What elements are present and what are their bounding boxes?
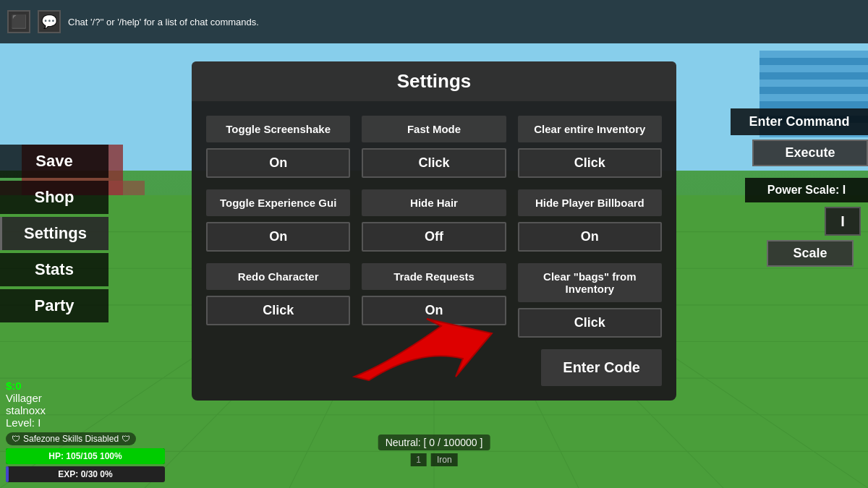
hud-level: Level: I (6, 416, 211, 429)
hud-money: $:0 (6, 380, 211, 392)
settings-title-bar: Settings (192, 61, 676, 101)
setting-cell-toggle-screenshake: Toggle Screenshake On (206, 116, 350, 178)
hp-text: HP: 105/105 100% (48, 451, 122, 461)
hud-role: Villager (6, 392, 211, 404)
clear-bags-value[interactable]: Click (518, 308, 662, 338)
exp-text: EXP: 0/30 0% (6, 466, 165, 482)
hp-bar-container: HP: 105/105 100% (6, 448, 165, 464)
power-scale-label: Power Scale: I (745, 178, 868, 202)
player-billboard-value[interactable]: On (518, 222, 662, 252)
redo-character-btn[interactable]: Redo Character (206, 263, 350, 290)
trade-requests-value[interactable]: On (362, 296, 506, 325)
setting-cell-hide-hair: Hide Hair Off (362, 189, 506, 252)
safezone-badge: 🛡 Safezone Skills Disabled 🛡 (6, 432, 136, 445)
clear-inventory-value[interactable]: Click (518, 148, 662, 178)
setting-cell-clear-bags: Clear "bags" from Inventory Click (518, 263, 662, 338)
enter-command-label: Enter Command (731, 108, 868, 135)
settings-grid: Toggle Screenshake On Fast Mode Click Cl… (192, 116, 676, 338)
bottom-center-hud: Neutral: [ 0 / 100000 ] 1 Iron (378, 435, 490, 466)
fast-mode-value[interactable]: Click (362, 148, 506, 178)
hide-hair-btn[interactable]: Hide Hair (362, 189, 506, 216)
bottom-hud: $:0 Villager stalnoxx Level: I 🛡 Safezon… (0, 374, 217, 488)
top-bar: ⬛ 💬 Chat '/?'' or '/help' for a list of … (0, 0, 868, 43)
settings-bottom: Enter Code (192, 338, 676, 386)
enter-code-button[interactable]: Enter Code (541, 349, 662, 386)
right-sidebar: Enter Command Execute Power Scale: I I S… (723, 108, 868, 267)
clear-inventory-btn[interactable]: Clear entire Inventory (518, 116, 662, 142)
shield-icon-right: 🛡 (122, 434, 130, 444)
setting-cell-clear-inventory: Clear entire Inventory Click (518, 116, 662, 178)
sidebar-item-party[interactable]: Party (0, 289, 109, 322)
hide-hair-value[interactable]: Off (362, 222, 506, 252)
svg-rect-19 (760, 101, 868, 108)
chat-hint-text: Chat '/?'' or '/help' for a list of chat… (68, 17, 259, 27)
trade-requests-btn[interactable]: Trade Requests (362, 263, 506, 290)
sidebar-item-stats[interactable]: Stats (0, 253, 109, 286)
player-billboard-btn[interactable]: Hide Player Billboard (518, 189, 662, 216)
exp-gui-value[interactable]: On (206, 222, 350, 252)
setting-cell-trade-requests: Trade Requests On (362, 263, 506, 338)
svg-rect-17 (760, 72, 868, 80)
scale-button[interactable]: Scale (767, 240, 854, 267)
power-value-box: I (825, 207, 861, 236)
shield-icon-left: 🛡 (12, 434, 20, 444)
svg-rect-18 (760, 87, 868, 94)
setting-cell-redo-character: Redo Character Click (206, 263, 350, 338)
roblox-icon: ⬛ (7, 10, 30, 33)
execute-button[interactable]: Execute (752, 140, 868, 166)
left-sidebar: Save Shop Settings Stats Party (0, 145, 123, 325)
settings-title: Settings (397, 70, 472, 92)
chat-icon: 💬 (38, 10, 61, 33)
setting-cell-exp-gui: Toggle Experience Gui On (206, 189, 350, 252)
hp-bar: HP: 105/105 100% (6, 448, 165, 464)
toggle-screenshake-value[interactable]: On (206, 148, 350, 178)
sidebar-item-shop[interactable]: Shop (0, 181, 109, 214)
clear-bags-btn[interactable]: Clear "bags" from Inventory (518, 263, 662, 302)
redo-character-value[interactable]: Click (206, 296, 350, 325)
svg-rect-16 (760, 58, 868, 65)
settings-modal: Settings Toggle Screenshake On Fast Mode… (192, 61, 676, 401)
setting-cell-player-billboard: Hide Player Billboard On (518, 189, 662, 252)
safezone-text: Safezone Skills Disabled (23, 434, 119, 444)
item-label: Iron (431, 453, 458, 466)
fast-mode-btn[interactable]: Fast Mode (362, 116, 506, 142)
sidebar-item-save[interactable]: Save (0, 145, 109, 178)
neutral-text: Neutral: [ 0 / 100000 ] (378, 435, 490, 450)
sidebar-item-settings[interactable]: Settings (0, 217, 109, 250)
item-count: 1 (410, 453, 427, 466)
setting-cell-fast-mode: Fast Mode Click (362, 116, 506, 178)
hud-name: stalnoxx (6, 404, 211, 416)
toggle-screenshake-btn[interactable]: Toggle Screenshake (206, 116, 350, 142)
exp-gui-btn[interactable]: Toggle Experience Gui (206, 189, 350, 216)
